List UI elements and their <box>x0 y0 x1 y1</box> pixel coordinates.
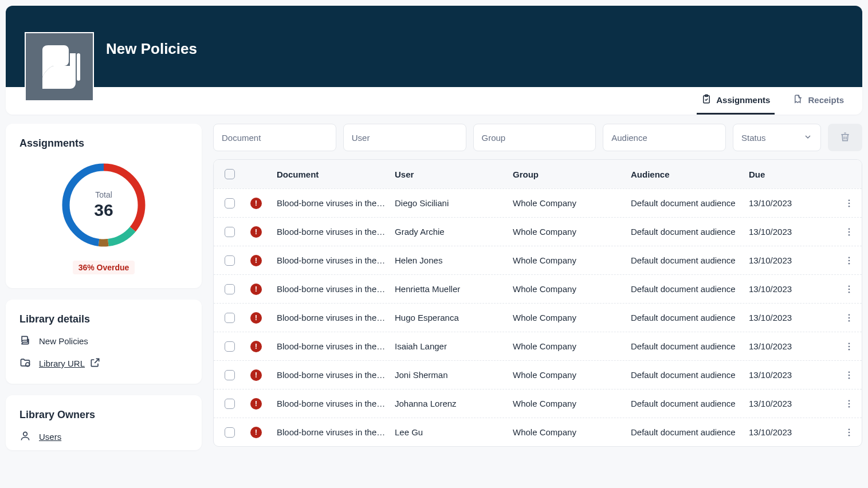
cell-group: Whole Company <box>508 284 626 294</box>
row-checkbox[interactable] <box>225 370 235 380</box>
svg-point-14 <box>849 234 850 235</box>
row-checkbox[interactable] <box>225 227 235 237</box>
cell-user: Diego Siciliani <box>390 198 508 208</box>
row-actions-button[interactable] <box>836 427 862 438</box>
row-actions-button[interactable] <box>836 341 862 352</box>
cell-user: Hugo Esperanca <box>390 313 508 322</box>
card-title: Assignments <box>19 137 188 149</box>
filter-audience-input[interactable]: Audience <box>603 124 726 151</box>
cell-document: Blood-borne viruses in the … <box>272 341 390 351</box>
col-user[interactable]: User <box>390 170 508 179</box>
svg-point-29 <box>849 377 850 379</box>
filter-status-select[interactable]: Status <box>733 124 821 151</box>
svg-point-17 <box>849 262 850 264</box>
alert-icon: ! <box>250 284 262 295</box>
cell-document: Blood-borne viruses in the … <box>272 198 390 208</box>
filter-group-input[interactable]: Group <box>473 124 596 151</box>
table-row: !Blood-borne viruses in the …Henrietta M… <box>214 274 862 303</box>
row-checkbox[interactable] <box>225 255 235 266</box>
row-checkbox[interactable] <box>225 399 235 409</box>
trash-icon <box>839 131 851 144</box>
tab-receipts[interactable]: Receipts <box>788 87 849 115</box>
library-icon <box>19 334 31 348</box>
owners-users-link[interactable]: Users <box>19 430 188 443</box>
cell-due: 13/10/2023 <box>744 341 836 351</box>
cell-user: Henrietta Mueller <box>390 284 508 294</box>
tab-assignments[interactable]: Assignments <box>697 87 775 115</box>
svg-point-24 <box>849 343 850 344</box>
cell-audience: Default document audience <box>626 341 744 351</box>
row-actions-button[interactable] <box>836 399 862 409</box>
select-all-checkbox[interactable] <box>225 169 235 179</box>
cell-user: Joni Sherman <box>390 370 508 380</box>
alert-icon: ! <box>250 341 262 352</box>
alert-icon: ! <box>250 255 262 266</box>
row-actions-button[interactable] <box>836 370 862 380</box>
delete-button[interactable] <box>828 124 862 151</box>
col-due[interactable]: Due <box>744 170 836 179</box>
clipboard-check-icon <box>701 94 712 106</box>
cell-user: Lee Gu <box>390 427 508 437</box>
cell-document: Blood-borne viruses in the … <box>272 370 390 380</box>
svg-point-27 <box>849 371 850 373</box>
row-checkbox[interactable] <box>225 284 235 294</box>
table-row: !Blood-borne viruses in the …Johanna Lor… <box>214 389 862 418</box>
cell-due: 13/10/2023 <box>744 313 836 322</box>
row-actions-button[interactable] <box>836 198 862 208</box>
row-checkbox[interactable] <box>225 198 235 208</box>
table-row: !Blood-borne viruses in the …Isaiah Lang… <box>214 332 862 360</box>
svg-point-8 <box>23 432 28 436</box>
table-row: !Blood-borne viruses in the …Grady Archi… <box>214 217 862 246</box>
cell-document: Blood-borne viruses in the … <box>272 255 390 265</box>
cell-audience: Default document audience <box>626 284 744 294</box>
col-group[interactable]: Group <box>508 170 626 179</box>
cell-document: Blood-borne viruses in the … <box>272 313 390 322</box>
cell-due: 13/10/2023 <box>744 284 836 294</box>
row-actions-button[interactable] <box>836 227 862 237</box>
alert-icon: ! <box>250 427 262 438</box>
library-url-link[interactable]: Library URL <box>19 357 188 370</box>
row-checkbox[interactable] <box>225 341 235 352</box>
alert-icon: ! <box>250 198 262 209</box>
svg-point-28 <box>849 374 850 376</box>
user-icon <box>19 430 31 443</box>
cell-audience: Default document audience <box>626 255 744 265</box>
svg-point-23 <box>849 320 850 321</box>
cell-document: Blood-borne viruses in the … <box>272 284 390 294</box>
receipt-icon <box>793 94 803 106</box>
svg-point-9 <box>849 199 850 201</box>
cell-group: Whole Company <box>508 255 626 265</box>
external-link-icon <box>89 357 101 370</box>
row-actions-button[interactable] <box>836 313 862 323</box>
cell-audience: Default document audience <box>626 227 744 237</box>
svg-point-21 <box>849 314 850 316</box>
filter-user-input[interactable]: User <box>343 124 466 151</box>
chevron-down-icon <box>803 132 812 143</box>
row-actions-button[interactable] <box>836 284 862 294</box>
card-title: Library details <box>19 313 188 325</box>
col-document[interactable]: Document <box>272 170 390 179</box>
assignments-donut-chart: Total 36 <box>61 162 147 248</box>
table-row: !Blood-borne viruses in the …Helen Jones… <box>214 246 862 274</box>
row-actions-button[interactable] <box>836 255 862 266</box>
row-checkbox[interactable] <box>225 427 235 438</box>
status-badge: 36% Overdue <box>73 261 135 274</box>
cell-group: Whole Company <box>508 341 626 351</box>
cell-due: 13/10/2023 <box>744 227 836 237</box>
cell-audience: Default document audience <box>626 198 744 208</box>
cell-group: Whole Company <box>508 399 626 408</box>
alert-icon: ! <box>250 398 262 410</box>
svg-point-18 <box>849 285 850 287</box>
col-audience[interactable]: Audience <box>626 170 744 179</box>
svg-point-12 <box>849 228 850 230</box>
library-name-row: New Policies <box>19 334 188 348</box>
svg-point-13 <box>849 231 850 233</box>
row-checkbox[interactable] <box>225 313 235 323</box>
svg-point-10 <box>849 202 850 204</box>
cell-group: Whole Company <box>508 227 626 237</box>
table-row: !Blood-borne viruses in the …Hugo Espera… <box>214 303 862 332</box>
cell-user: Grady Archie <box>390 227 508 237</box>
table-row: !Blood-borne viruses in the …Joni Sherma… <box>214 360 862 389</box>
donut-total-value: 36 <box>94 200 113 220</box>
filter-document-input[interactable]: Document <box>213 124 336 151</box>
